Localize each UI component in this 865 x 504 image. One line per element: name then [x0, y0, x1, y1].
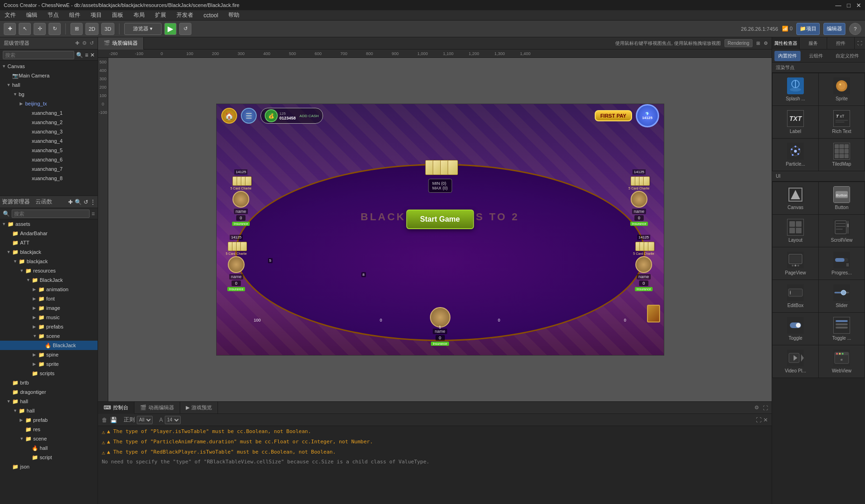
asset-item-script[interactable]: 📁 script: [0, 453, 98, 462]
3d-btn[interactable]: 3D: [101, 23, 114, 35]
rendering-select[interactable]: Rendering: [724, 39, 752, 47]
menu-help[interactable]: 帮助: [226, 10, 241, 20]
asset-item-brtb[interactable]: 📁 brtb: [0, 378, 98, 387]
tab-animation-editor[interactable]: 🎬 动画编辑器: [134, 402, 180, 414]
comp-richtext[interactable]: T xT Rich Text: [819, 106, 865, 138]
asset-item-blackjack-scene[interactable]: 🔥 BlackJack: [0, 341, 98, 350]
project-btn[interactable]: 📁 项目: [796, 23, 820, 35]
tab-services[interactable]: 服务: [800, 37, 827, 49]
tree-node-xc3[interactable]: xuanchang_3: [0, 127, 98, 136]
asset-item-blackjack1[interactable]: ▼ 📁 blackjack: [0, 247, 98, 257]
play-btn[interactable]: ▶: [164, 23, 176, 35]
panel-expand-btn[interactable]: ⛶: [855, 41, 865, 46]
cloud-tab[interactable]: 云函数: [35, 198, 52, 206]
comp-sprite[interactable]: Sprite: [819, 73, 865, 105]
asset-refresh-btn[interactable]: ↺: [84, 199, 88, 205]
tree-node-bg[interactable]: ▼ bg: [0, 90, 98, 99]
editor-btn[interactable]: 编辑器: [823, 23, 845, 35]
asset-item-prefab[interactable]: ▶ 📁 prefab: [0, 415, 98, 425]
asset-search-btn[interactable]: 🔍: [75, 199, 82, 205]
close-btn[interactable]: ✕: [856, 2, 861, 9]
console-save-btn[interactable]: 💾: [110, 417, 117, 423]
tree-node-xc7[interactable]: xuanchang_7: [0, 164, 98, 174]
comp-toggle[interactable]: Toggle: [773, 313, 818, 345]
comp-editbox[interactable]: EditBox: [773, 280, 818, 312]
comp-webview[interactable]: e WebView: [819, 345, 865, 378]
asset-item-hall1[interactable]: ▼ 📁 hall: [0, 397, 98, 406]
menu-extend[interactable]: 扩展: [153, 10, 168, 20]
menu-project[interactable]: 项目: [89, 10, 104, 20]
window-controls[interactable]: — □ ✕: [835, 2, 861, 9]
asset-options-btn[interactable]: ⋮: [90, 199, 96, 205]
tree-node-xc4[interactable]: xuanchang_4: [0, 136, 98, 146]
cursor-btn[interactable]: ↖: [19, 23, 31, 35]
asset-item-prefabs[interactable]: ▶ 📁 prefabs: [0, 322, 98, 331]
tab-scene-editor[interactable]: 🎬 场景编辑器: [98, 37, 144, 49]
menu-devtools[interactable]: 开发者: [175, 10, 195, 20]
console-clear-btn[interactable]: 🗑: [102, 417, 107, 423]
asset-item-music[interactable]: ▶ 📁 music: [0, 313, 98, 322]
asset-item-animation[interactable]: ▶ 📁 animation: [0, 285, 98, 294]
menu-edit[interactable]: 编辑: [24, 10, 39, 20]
console-expand2-btn[interactable]: ⛶: [756, 417, 761, 423]
menu-panel[interactable]: 面板: [110, 10, 125, 20]
tree-node-maincamera[interactable]: 📷 Main Camera: [0, 71, 98, 80]
move-btn[interactable]: ✢: [34, 23, 46, 35]
new-btn[interactable]: ✚: [4, 23, 16, 35]
asset-item-att[interactable]: 📁 ATT: [0, 238, 98, 247]
comp-pageview[interactable]: PageView: [773, 247, 818, 280]
refresh-hierarchy-btn[interactable]: ↺: [90, 40, 94, 46]
hierarchy-options-btn[interactable]: ≡: [85, 52, 88, 58]
filter-btn[interactable]: ⚙: [82, 40, 87, 46]
hierarchy-search-input[interactable]: [3, 51, 74, 59]
comp-splash[interactable]: Splash ...: [773, 73, 818, 105]
comp-layout[interactable]: Layout: [773, 215, 818, 247]
canvas-area[interactable]: 500 400 300 200 100 0 -100 🏠: [98, 58, 772, 401]
asset-item-scene[interactable]: ▼ 📁 scene: [0, 331, 98, 341]
comp-button[interactable]: Button Button: [819, 182, 865, 214]
asset-item-spine[interactable]: ▶ 📁 spine: [0, 350, 98, 359]
menu-layout[interactable]: 布局: [132, 10, 147, 20]
console-close-btn[interactable]: ✕: [763, 417, 768, 423]
hierarchy-close-btn[interactable]: ✕: [90, 52, 95, 58]
comp-togglegrp[interactable]: Toggle ...: [819, 313, 865, 345]
font-size-select[interactable]: 14: [165, 416, 181, 424]
tab-inspector[interactable]: 属性检查器: [772, 37, 800, 49]
level-select[interactable]: All: [137, 416, 153, 424]
menu-file[interactable]: 文件: [3, 10, 18, 20]
tab-console[interactable]: ⌨ 控制台: [98, 402, 134, 414]
refresh-btn[interactable]: ↺: [179, 23, 191, 35]
asset-item-resources[interactable]: ▼ 📁 resources: [0, 266, 98, 275]
first-pay-btn[interactable]: FIRST PAY: [595, 110, 632, 121]
tree-node-xc6[interactable]: xuanchang_6: [0, 155, 98, 164]
asset-item-blackjack2[interactable]: ▼ 📁 blackjack: [0, 257, 98, 266]
tab-cloud[interactable]: 云组件: [805, 51, 827, 61]
tree-node-canvas[interactable]: ▼ Canvas: [0, 62, 98, 71]
menu-node[interactable]: 节点: [46, 10, 61, 20]
tree-node-xc5[interactable]: xuanchang_5: [0, 146, 98, 155]
asset-item-font[interactable]: ▶ 📁 font: [0, 294, 98, 303]
asset-item-scene2[interactable]: ▼ 📁 scene: [0, 434, 98, 443]
2d-btn[interactable]: 2D: [85, 23, 98, 35]
comp-scrollview[interactable]: ScrollView: [819, 215, 865, 247]
add-node-btn[interactable]: ✚: [75, 40, 79, 46]
browser-select[interactable]: 游览器 ▾: [124, 23, 162, 35]
asset-view-btn[interactable]: ≡: [91, 210, 95, 217]
settings-btn[interactable]: ⚙: [764, 41, 768, 46]
start-game-btn[interactable]: Start Game: [406, 210, 474, 229]
asset-add-btn[interactable]: ✚: [68, 199, 73, 205]
tree-node-hall[interactable]: ▼ hall: [0, 80, 98, 90]
tab-custom[interactable]: 自定义控件: [832, 51, 863, 61]
home-btn[interactable]: 🏠: [221, 108, 237, 124]
comp-particle[interactable]: Particle...: [773, 139, 818, 171]
asset-item-blackjack-folder[interactable]: ▼ 📁 BlackJack: [0, 275, 98, 285]
asset-item-andarbahar[interactable]: 📁 AndarBahar: [0, 229, 98, 238]
asset-search-input[interactable]: [12, 210, 90, 218]
menu-btn[interactable]: ☰: [241, 108, 257, 124]
view-mode-btn[interactable]: ⊞: [756, 41, 760, 46]
help-btn[interactable]: ?: [849, 23, 861, 35]
asset-item-json[interactable]: 📁 json: [0, 462, 98, 471]
tab-controls[interactable]: 控件: [827, 37, 855, 49]
snap-btn[interactable]: ⊞: [70, 23, 83, 35]
comp-video[interactable]: Video Pl...: [773, 345, 818, 378]
